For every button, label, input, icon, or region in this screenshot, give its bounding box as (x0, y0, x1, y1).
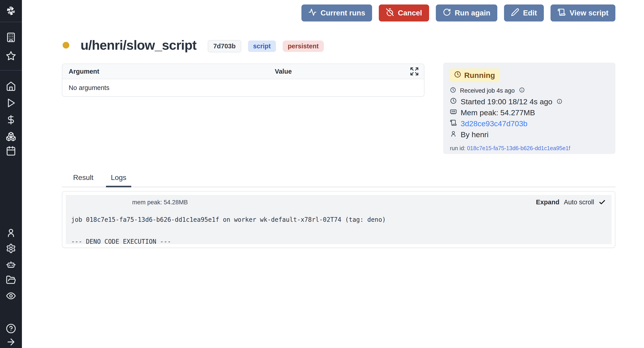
badges: 7d703b script persistent (208, 38, 324, 52)
edit-button[interactable]: Edit (504, 5, 544, 22)
by-text: By henri (461, 130, 488, 139)
run-id-link[interactable]: 018c7e15-fa75-13d6-b626-dd1c1ea95e1f (467, 145, 570, 151)
app-window: Current runs Cancel Run again Edit View … (0, 0, 644, 348)
toolbar: Current runs Cancel Run again Edit View … (302, 5, 616, 22)
sidebar-item-workspace[interactable] (6, 32, 16, 43)
sidebar-item-settings[interactable] (6, 243, 16, 254)
cancel-button[interactable]: Cancel (379, 5, 429, 22)
current-runs-label: Current runs (320, 9, 365, 17)
arguments-empty-row: No arguments (62, 79, 424, 96)
clock-icon (450, 97, 457, 106)
page-title: u/henri/slow_script (80, 38, 196, 53)
boxes-icon (6, 139, 16, 142)
value-column-header: Value (275, 68, 292, 75)
started-text: Started 19:00 18/12 4s ago (461, 97, 552, 106)
started-row: Started 19:00 18/12 4s ago (450, 96, 609, 107)
info-icon[interactable] (556, 97, 562, 106)
logs-mem-peak: mem peak: 54.28MB (132, 199, 188, 206)
run-id-label: run id: (450, 145, 465, 151)
tab-logs[interactable]: Logs (106, 173, 131, 187)
tab-result[interactable]: Result (68, 173, 98, 187)
no-arguments-text: No arguments (69, 84, 109, 92)
hash-badge[interactable]: 7d703b (208, 40, 241, 52)
received-row: Received job 4s ago (450, 85, 609, 96)
user-icon (6, 235, 16, 239)
script-hash-link[interactable]: 3d28ce93c47d703b (461, 119, 528, 128)
sidebar-item-home[interactable] (6, 81, 16, 91)
status-panel: Running Received job 4s ago Started 19:0… (443, 63, 616, 154)
result-logs-tabs: Result Logs (62, 173, 616, 187)
script-badge: script (248, 41, 276, 52)
activity-icon (308, 8, 317, 18)
arguments-table: Argument Value No arguments (62, 64, 424, 97)
status-badge: Running (450, 69, 500, 82)
sidebar-item-expand[interactable] (6, 337, 16, 347)
calendar-icon (6, 153, 16, 157)
play-icon (6, 105, 16, 109)
logs-content[interactable]: job 018c7e15-fa75-13d6-b626-dd1c1ea95e1f… (71, 214, 386, 247)
view-script-label: View script (570, 9, 608, 17)
info-icon[interactable] (518, 87, 525, 94)
clock-icon (450, 87, 456, 95)
logs-card: mem peak: 54.28MB Expand Auto scroll job… (62, 191, 616, 248)
status-badge-label: Running (464, 71, 495, 80)
sidebar-item-variables[interactable] (6, 115, 16, 125)
folder-open-icon (6, 282, 16, 286)
dollar-icon (6, 122, 16, 126)
star-icon (6, 58, 16, 62)
building-icon (6, 39, 16, 43)
current-runs-button[interactable]: Current runs (302, 5, 372, 22)
logs-controls: Expand Auto scroll (536, 198, 606, 206)
logs-autoscroll-label: Auto scroll (564, 198, 594, 206)
logs-expand-button[interactable]: Expand (536, 198, 560, 206)
logs-viewer: mem peak: 54.28MB Expand Auto scroll job… (66, 195, 612, 244)
title-row: u/henri/slow_script 7d703b script persis… (62, 36, 324, 54)
arrow-right-icon (6, 344, 16, 348)
script-hash-row: 3d28ce93c47d703b (450, 118, 609, 129)
scroll-icon (450, 119, 457, 128)
autoscroll-checkbox[interactable] (598, 199, 606, 206)
expand-table-button[interactable] (410, 67, 419, 76)
clock-icon (454, 71, 461, 80)
sidebar (0, 0, 22, 348)
sidebar-item-schedules[interactable] (6, 146, 16, 156)
expand-icon (410, 70, 419, 78)
timer-off-icon (386, 8, 394, 18)
user-icon (450, 130, 457, 139)
home-icon (6, 88, 16, 92)
refresh-icon (443, 8, 451, 18)
edit-label: Edit (523, 9, 537, 17)
sidebar-item-audit-logs[interactable] (6, 291, 16, 301)
sidebar-item-help[interactable] (6, 323, 16, 334)
sidebar-divider (0, 70, 22, 71)
eye-icon (6, 298, 16, 302)
memory-icon (450, 108, 457, 117)
help-circle-icon (6, 330, 16, 334)
argument-column-header: Argument (69, 68, 99, 75)
sidebar-divider (0, 22, 22, 22)
windmill-logo[interactable] (5, 5, 17, 17)
run-id-row: run id: 018c7e15-fa75-13d6-b626-dd1c1ea9… (450, 145, 609, 152)
sidebar-item-runs[interactable] (6, 98, 16, 108)
run-again-button[interactable]: Run again (436, 5, 498, 22)
check-icon (598, 203, 606, 207)
arguments-table-header: Argument Value (62, 64, 424, 79)
sidebar-item-workers[interactable] (6, 260, 16, 270)
sidebar-item-resources[interactable] (6, 131, 16, 142)
by-row: By henri (450, 129, 609, 140)
persistent-badge: persistent (283, 41, 324, 52)
received-text: Received job 4s ago (460, 87, 515, 94)
sidebar-item-folders[interactable] (6, 275, 16, 285)
view-script-button[interactable]: View script (550, 5, 616, 22)
scroll-icon (558, 8, 566, 18)
gear-icon (6, 250, 16, 254)
pen-icon (511, 8, 519, 18)
sidebar-item-favorites[interactable] (6, 51, 16, 61)
sidebar-item-users[interactable] (6, 228, 16, 238)
run-again-label: Run again (455, 9, 490, 17)
mem-peak-row: Mem peak: 54.277MB (450, 107, 609, 118)
cancel-label: Cancel (398, 9, 422, 17)
robot-icon (6, 267, 16, 270)
language-dot-icon (62, 42, 69, 49)
mem-peak-text: Mem peak: 54.277MB (461, 108, 535, 117)
